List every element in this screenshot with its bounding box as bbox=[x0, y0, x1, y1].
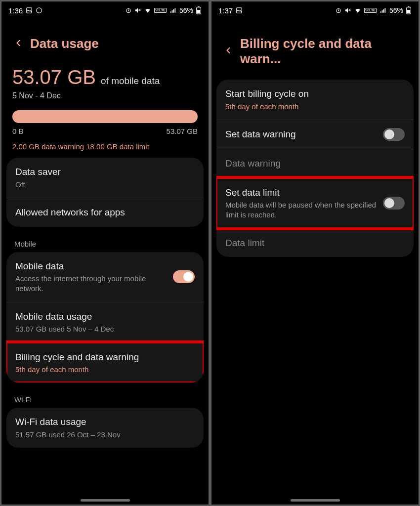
allowed-networks-label: Allowed networks for apps bbox=[15, 206, 195, 219]
svg-rect-6 bbox=[198, 6, 200, 7]
wifi-data-usage-sub: 51.57 GB used 26 Oct – 23 Nov bbox=[15, 430, 195, 440]
row-data-saver[interactable]: Data saver Off bbox=[6, 158, 204, 198]
usage-of-label: of mobile data bbox=[101, 76, 160, 86]
set-data-warning-toggle[interactable] bbox=[383, 128, 405, 141]
set-data-limit-toggle[interactable] bbox=[383, 197, 405, 210]
screen-billing-cycle: 1:37 VoLTE 56% Billing cycle and data wa… bbox=[211, 1, 419, 505]
sync-icon bbox=[36, 7, 42, 14]
mute-icon bbox=[344, 7, 351, 14]
row-data-warning: Data warning bbox=[216, 149, 414, 178]
signal-icon bbox=[169, 7, 177, 14]
mobile-data-label: Mobile data bbox=[15, 260, 167, 273]
mobile-data-usage-label: Mobile data usage bbox=[15, 310, 195, 323]
row-data-limit: Data limit bbox=[216, 228, 414, 257]
home-indicator[interactable] bbox=[81, 499, 130, 502]
usage-scale-max: 53.07 GB bbox=[167, 127, 198, 135]
back-icon[interactable] bbox=[223, 44, 233, 59]
row-start-billing-cycle[interactable]: Start billing cycle on 5th day of each m… bbox=[216, 80, 414, 120]
page-title: Data usage bbox=[30, 36, 99, 51]
row-set-data-limit[interactable]: Set data limit Mobile data will be pause… bbox=[216, 178, 414, 228]
mobile-data-toggle[interactable] bbox=[173, 270, 195, 283]
data-saver-label: Data saver bbox=[15, 166, 195, 178]
volte-icon: VoLTE bbox=[154, 8, 167, 13]
card-billing-settings: Start billing cycle on 5th day of each m… bbox=[216, 80, 414, 257]
usage-warning-limit: 2.00 GB data warning 18.00 GB data limit bbox=[12, 142, 198, 151]
page-title: Billing cycle and data warn... bbox=[240, 36, 409, 67]
gallery-icon bbox=[236, 7, 243, 14]
row-billing-cycle[interactable]: Billing cycle and data warning 5th day o… bbox=[6, 342, 204, 383]
status-battery-pct: 56% bbox=[179, 6, 193, 14]
status-bar: 1:36 VoLTE 56% bbox=[1, 1, 209, 19]
usage-amount: 53.07 GB bbox=[12, 66, 96, 88]
mobile-data-usage-sub: 53.07 GB used 5 Nov – 4 Dec bbox=[15, 324, 195, 334]
screen-data-usage: 1:36 VoLTE 56% Data usage 53.07 GB of mo… bbox=[1, 1, 209, 505]
section-wifi-head: Wi-Fi bbox=[1, 389, 209, 408]
card-mobile: Mobile data Access the internet through … bbox=[6, 252, 204, 383]
alarm-icon bbox=[125, 7, 132, 14]
row-mobile-data[interactable]: Mobile data Access the internet through … bbox=[6, 252, 204, 302]
status-battery-pct: 56% bbox=[389, 6, 403, 14]
status-bar: 1:37 VoLTE 56% bbox=[211, 1, 419, 19]
wifi-data-usage-label: Wi-Fi data usage bbox=[15, 416, 195, 428]
data-limit-label: Data limit bbox=[225, 237, 405, 250]
set-data-limit-sub: Mobile data will be paused when the spec… bbox=[225, 200, 377, 220]
set-data-warning-label: Set data warning bbox=[225, 128, 377, 141]
mute-icon bbox=[134, 7, 141, 14]
svg-point-1 bbox=[37, 8, 42, 13]
row-allowed-networks[interactable]: Allowed networks for apps bbox=[6, 198, 204, 227]
svg-rect-7 bbox=[197, 10, 200, 13]
battery-icon bbox=[406, 6, 412, 14]
gallery-icon bbox=[26, 7, 33, 14]
back-icon[interactable] bbox=[13, 37, 23, 51]
status-time: 1:36 bbox=[8, 6, 23, 15]
card-general: Data saver Off Allowed networks for apps bbox=[6, 158, 204, 227]
status-time: 1:37 bbox=[218, 6, 233, 15]
row-set-data-warning[interactable]: Set data warning bbox=[216, 120, 414, 149]
data-saver-sub: Off bbox=[15, 180, 195, 190]
titlebar: Billing cycle and data warn... bbox=[211, 19, 419, 80]
titlebar: Data usage bbox=[1, 19, 209, 64]
usage-summary: 53.07 GB of mobile data 5 Nov - 4 Dec 0 … bbox=[1, 64, 209, 158]
alarm-icon bbox=[335, 7, 342, 14]
usage-period: 5 Nov - 4 Dec bbox=[12, 91, 198, 100]
svg-rect-14 bbox=[407, 10, 410, 13]
mobile-data-sub: Access the internet through your mobile … bbox=[15, 274, 167, 294]
svg-rect-13 bbox=[408, 6, 410, 7]
set-data-limit-label: Set data limit bbox=[225, 186, 377, 199]
start-billing-label: Start billing cycle on bbox=[225, 87, 405, 100]
section-mobile-head: Mobile bbox=[1, 234, 209, 252]
wifi-icon bbox=[144, 7, 152, 14]
signal-icon bbox=[379, 7, 387, 14]
wifi-icon bbox=[354, 7, 362, 14]
billing-cycle-sub: 5th day of each month bbox=[15, 365, 195, 375]
battery-icon bbox=[196, 6, 202, 14]
usage-scale-min: 0 B bbox=[12, 127, 24, 135]
start-billing-sub: 5th day of each month bbox=[225, 102, 405, 112]
row-mobile-data-usage[interactable]: Mobile data usage 53.07 GB used 5 Nov – … bbox=[6, 302, 204, 342]
usage-bar bbox=[12, 110, 198, 123]
data-warning-label: Data warning bbox=[225, 157, 405, 170]
billing-cycle-label: Billing cycle and data warning bbox=[15, 351, 195, 364]
row-wifi-data-usage[interactable]: Wi-Fi data usage 51.57 GB used 26 Oct – … bbox=[6, 408, 204, 448]
card-wifi: Wi-Fi data usage 51.57 GB used 26 Oct – … bbox=[6, 408, 204, 448]
home-indicator[interactable] bbox=[291, 499, 340, 502]
volte-icon: VoLTE bbox=[364, 8, 377, 13]
